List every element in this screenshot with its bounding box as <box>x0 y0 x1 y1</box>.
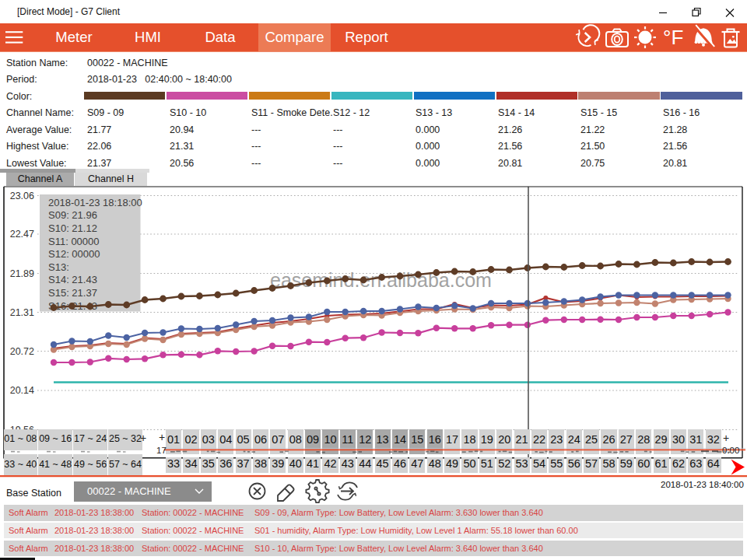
svg-text:S14: 21.43: S14: 21.43 <box>48 274 97 285</box>
svg-text:17: 17 <box>156 446 167 455</box>
svg-text:2018-01-23 18:18:00: 2018-01-23 18:18:00 <box>48 197 142 208</box>
svg-text:S11: 00000: S11: 00000 <box>48 236 100 247</box>
svg-text:S10: 21.12: S10: 21.12 <box>48 222 97 234</box>
svg-text:0:00: 0:00 <box>722 446 739 455</box>
svg-text:S13:: S13: <box>48 261 69 273</box>
svg-text:20.14: 20.14 <box>10 385 34 396</box>
svg-text:22.47: 22.47 <box>10 229 34 240</box>
svg-text:20.72: 20.72 <box>10 346 34 357</box>
svg-text:21.31: 21.31 <box>10 307 34 318</box>
svg-text:23.06: 23.06 <box>10 191 34 201</box>
svg-text:+: + <box>723 432 729 444</box>
svg-text:+: + <box>140 432 146 444</box>
svg-text:21.89: 21.89 <box>10 268 34 279</box>
svg-text:S12: 00000: S12: 00000 <box>48 248 100 260</box>
svg-text:+: + <box>159 431 165 443</box>
svg-text:S15: 21.37: S15: 21.37 <box>48 287 97 299</box>
svg-text:S09: 21.96: S09: 21.96 <box>48 209 97 221</box>
